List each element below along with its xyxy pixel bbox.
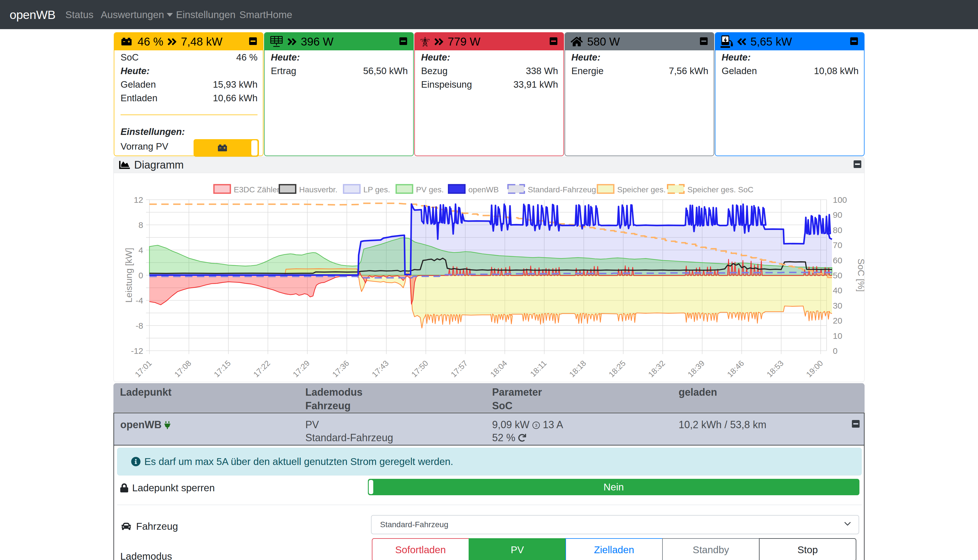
svg-text:17:43: 17:43 (370, 358, 390, 379)
svg-text:-12: -12 (131, 346, 143, 355)
svg-text:50: 50 (833, 271, 842, 280)
svg-text:Hausverbr.: Hausverbr. (299, 185, 337, 194)
svg-text:-8: -8 (135, 321, 143, 330)
svg-text:70: 70 (833, 240, 842, 250)
svg-text:18:39: 18:39 (686, 358, 706, 379)
svg-text:PV ges.: PV ges. (416, 185, 444, 194)
svg-text:18:32: 18:32 (647, 358, 667, 379)
svg-text:17:01: 17:01 (133, 358, 154, 379)
svg-text:18:04: 18:04 (489, 358, 509, 379)
svg-text:openWB: openWB (468, 185, 499, 194)
svg-text:0: 0 (833, 346, 838, 355)
svg-text:3: 3 (535, 423, 537, 428)
svg-text:20: 20 (833, 316, 842, 325)
svg-text:LP ges.: LP ges. (363, 185, 390, 194)
svg-text:Speicher ges.: Speicher ges. (617, 185, 666, 194)
svg-text:Leistung [kW]: Leistung [kW] (124, 248, 134, 303)
svg-text:18:46: 18:46 (726, 358, 746, 379)
svg-text:E3DC Zähler: E3DC Zähler (234, 185, 280, 194)
svg-text:40: 40 (833, 286, 842, 295)
svg-text:10: 10 (833, 331, 842, 340)
svg-text:18:53: 18:53 (765, 358, 785, 379)
svg-text:8: 8 (139, 220, 143, 230)
svg-text:17:15: 17:15 (212, 358, 232, 379)
svg-text:0: 0 (139, 271, 143, 280)
svg-text:17:57: 17:57 (449, 358, 469, 379)
svg-text:4: 4 (139, 245, 143, 255)
svg-text:18:11: 18:11 (529, 358, 548, 378)
svg-text:100: 100 (833, 195, 847, 205)
svg-text:Standard-Fahrzeug: Standard-Fahrzeug (528, 185, 596, 194)
svg-text:18:18: 18:18 (567, 358, 588, 379)
svg-text:17:29: 17:29 (291, 358, 311, 379)
svg-text:18:25: 18:25 (607, 358, 627, 379)
svg-text:12: 12 (134, 195, 143, 205)
svg-text:19:00: 19:00 (804, 358, 824, 379)
svg-text:SoC [%]: SoC [%] (856, 258, 864, 292)
svg-text:17:08: 17:08 (173, 358, 193, 379)
svg-text:17:36: 17:36 (330, 358, 350, 379)
svg-text:17:50: 17:50 (409, 358, 430, 379)
svg-text:Speicher ges. SoC: Speicher ges. SoC (688, 185, 753, 194)
svg-text:-4: -4 (135, 296, 143, 305)
svg-text:90: 90 (833, 210, 842, 220)
svg-text:30: 30 (833, 301, 842, 310)
svg-text:80: 80 (833, 225, 842, 235)
svg-text:17:22: 17:22 (252, 358, 272, 379)
svg-text:60: 60 (833, 256, 842, 265)
